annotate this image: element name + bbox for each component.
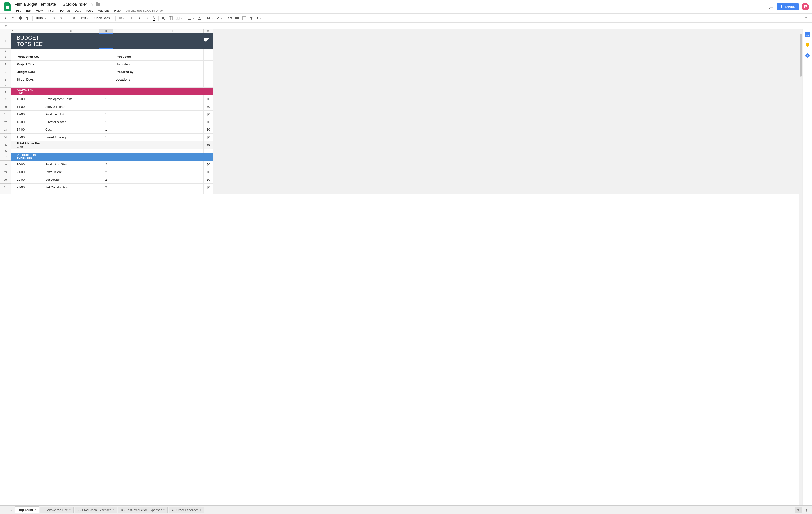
- sheets-logo[interactable]: [3, 2, 12, 11]
- print-icon[interactable]: [17, 15, 24, 22]
- cell-A9[interactable]: [11, 96, 14, 103]
- cell-F18[interactable]: [142, 161, 204, 168]
- text-color-icon[interactable]: A: [150, 15, 157, 22]
- cell-G22[interactable]: $0: [204, 191, 213, 194]
- cell-C17[interactable]: [43, 153, 99, 161]
- chart-icon[interactable]: [241, 15, 248, 22]
- cell-G16[interactable]: [204, 149, 213, 153]
- sheet-tab-1[interactable]: 1 - Above the Line▾: [40, 507, 74, 513]
- cell-A7[interactable]: [11, 83, 14, 88]
- v-align-icon[interactable]: ▾: [196, 16, 205, 21]
- cell-A10[interactable]: [11, 103, 14, 111]
- row-header-6[interactable]: 6: [0, 76, 11, 83]
- cell-D20[interactable]: 2: [99, 176, 113, 184]
- cell-D3[interactable]: [99, 53, 113, 60]
- cell-G6[interactable]: [204, 76, 213, 83]
- cell-C19[interactable]: Extra Talent: [43, 168, 99, 176]
- star-icon[interactable]: ☆: [90, 2, 93, 7]
- cell-D16[interactable]: [99, 149, 113, 153]
- cell-E21[interactable]: [113, 184, 142, 191]
- cell-G13[interactable]: $0: [204, 126, 213, 134]
- link-icon[interactable]: [227, 15, 233, 22]
- row-header-15[interactable]: 15: [0, 141, 11, 149]
- font-size-select[interactable]: 13▾: [117, 15, 126, 21]
- menu-tools[interactable]: Tools: [84, 8, 95, 13]
- select-all-corner[interactable]: [0, 29, 11, 33]
- cell-E12[interactable]: [113, 118, 142, 126]
- doc-title[interactable]: FIlm Budget Template — StudioBinder: [14, 2, 87, 7]
- cell-F5[interactable]: [142, 68, 204, 76]
- wrap-icon[interactable]: ▾: [205, 16, 214, 21]
- cell-B21[interactable]: 23-00: [14, 184, 43, 191]
- cell-D18[interactable]: 2: [99, 161, 113, 168]
- menu-insert[interactable]: Insert: [46, 8, 57, 13]
- cell-C15[interactable]: [43, 141, 99, 149]
- explore-icon[interactable]: [795, 507, 802, 513]
- cell-F12[interactable]: [142, 118, 204, 126]
- share-button[interactable]: SHARE: [777, 3, 799, 10]
- cell-F3[interactable]: [142, 53, 204, 60]
- col-header-C[interactable]: C: [43, 29, 99, 33]
- col-header-F[interactable]: F: [142, 29, 204, 33]
- cell-C4[interactable]: [43, 60, 99, 68]
- menu-addons[interactable]: Add-ons: [96, 8, 111, 13]
- menu-data[interactable]: Data: [73, 8, 83, 13]
- cell-E3[interactable]: Producers: [113, 53, 142, 60]
- row-header-21[interactable]: 21: [0, 184, 11, 191]
- cell-D4[interactable]: [99, 60, 113, 68]
- folder-icon[interactable]: [96, 3, 100, 6]
- cell-G14[interactable]: $0: [204, 134, 213, 141]
- cell-A8[interactable]: [11, 88, 14, 96]
- row-header-4[interactable]: 4: [0, 60, 11, 68]
- strikethrough-icon[interactable]: S: [143, 15, 150, 22]
- cell-F11[interactable]: [142, 111, 204, 118]
- cell-A13[interactable]: [11, 126, 14, 134]
- cell-D2[interactable]: [99, 49, 113, 53]
- cell-A17[interactable]: [11, 153, 14, 161]
- cell-G11[interactable]: $0: [204, 111, 213, 118]
- fill-color-icon[interactable]: [160, 15, 167, 22]
- saved-status[interactable]: All changes saved in Drive: [126, 9, 163, 12]
- cell-D15[interactable]: [99, 141, 113, 149]
- cell-E18[interactable]: [113, 161, 142, 168]
- cell-G19[interactable]: $0: [204, 168, 213, 176]
- cell-F9[interactable]: [142, 96, 204, 103]
- cell-F14[interactable]: [142, 134, 204, 141]
- cell-B12[interactable]: 13-00: [14, 118, 43, 126]
- col-header-E[interactable]: E: [113, 29, 142, 33]
- cell-B2[interactable]: [14, 49, 43, 53]
- add-sheet-icon[interactable]: +: [2, 507, 8, 513]
- row-header-10[interactable]: 10: [0, 103, 11, 111]
- cell-B3[interactable]: Production Co.: [14, 53, 43, 60]
- cell-C2[interactable]: [43, 49, 99, 53]
- redo-icon[interactable]: ↷: [10, 15, 17, 22]
- cell-D17[interactable]: [99, 153, 113, 161]
- row-header-9[interactable]: 9: [0, 96, 11, 103]
- cell-D22[interactable]: 2: [99, 191, 113, 194]
- filter-icon[interactable]: [248, 15, 255, 22]
- cell-G21[interactable]: $0: [204, 184, 213, 191]
- cell-F19[interactable]: [142, 168, 204, 176]
- sheet-tab-topsheet[interactable]: Top Sheet▾: [15, 506, 39, 513]
- cell-A4[interactable]: [11, 60, 14, 68]
- cell-B7[interactable]: [14, 83, 43, 88]
- cell-E22[interactable]: [113, 191, 142, 194]
- cell-F22[interactable]: [142, 191, 204, 194]
- cell-B5[interactable]: Budget Date: [14, 68, 43, 76]
- side-panel-toggle-icon[interactable]: ❮: [803, 508, 810, 512]
- row-header-20[interactable]: 20: [0, 176, 11, 184]
- zoom-select[interactable]: 100%▾: [34, 15, 48, 21]
- collapse-toolbar-icon[interactable]: ⌃: [803, 15, 809, 22]
- cell-B19[interactable]: 21-00: [14, 168, 43, 176]
- cell-A2[interactable]: [11, 49, 14, 53]
- sheet-tab-4[interactable]: 4 - Other Expenses▾: [169, 507, 204, 513]
- row-header-17[interactable]: 17: [0, 153, 11, 161]
- cell-C18[interactable]: Production Staff: [43, 161, 99, 168]
- cell-B11[interactable]: 12-00: [14, 111, 43, 118]
- menu-file[interactable]: File: [14, 8, 23, 13]
- cell-G8[interactable]: [204, 88, 213, 96]
- cell-D5[interactable]: [99, 68, 113, 76]
- cell-F21[interactable]: [142, 184, 204, 191]
- comment-insert-icon[interactable]: [234, 15, 240, 22]
- cell-D6[interactable]: [99, 76, 113, 83]
